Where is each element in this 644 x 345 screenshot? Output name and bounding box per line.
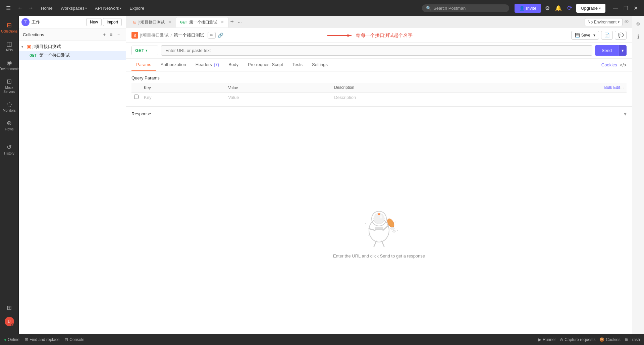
sidebar-item-collections[interactable]: ⊟ Collections: [1, 19, 17, 36]
workspace-header: 工 工作 New Import: [19, 16, 126, 28]
new-tab-button[interactable]: +: [228, 18, 236, 25]
method-label: GET: [135, 48, 144, 53]
trash-button[interactable]: 🗑 Trash: [625, 337, 640, 342]
forward-button[interactable]: →: [26, 4, 36, 12]
doc-button[interactable]: 📄: [601, 31, 613, 40]
empty-response: Enter the URL and click Send to get a re…: [126, 121, 632, 334]
capture-button[interactable]: ⊙ Capture requests: [560, 337, 595, 342]
svg-point-12: [378, 213, 380, 215]
request-item[interactable]: GET 第一个接口测试: [19, 51, 126, 60]
invite-button[interactable]: 👤 Invite: [515, 4, 541, 13]
menu-button[interactable]: ☰: [4, 4, 13, 13]
edit-name-button[interactable]: ✏: [208, 32, 216, 39]
tab-body[interactable]: Body: [224, 59, 243, 71]
trash-icon: 🗑: [625, 337, 629, 342]
icon-sidebar: ⊟ Collections ◫ APIs ◉ Environments ⊡ Mo…: [0, 16, 19, 334]
sync-icon[interactable]: ⟳: [566, 3, 574, 13]
minimize-button[interactable]: —: [611, 4, 620, 12]
params-more-button[interactable]: ···: [620, 85, 624, 90]
url-input[interactable]: [161, 45, 592, 56]
console-item[interactable]: ⊟ Console: [65, 337, 84, 342]
breadcrumb-collection-link[interactable]: jt项目接口测试: [140, 32, 169, 38]
svg-point-18: [392, 230, 396, 232]
send-dropdown[interactable]: ▾: [619, 45, 627, 56]
close-button[interactable]: ✕: [632, 4, 640, 12]
send-button[interactable]: Send: [595, 45, 619, 56]
code-button[interactable]: </>: [620, 62, 627, 68]
sidebar-item-extensions[interactable]: ⊞: [1, 301, 17, 314]
explore-link[interactable]: Explore: [127, 4, 147, 12]
save-icon: 💾: [575, 33, 580, 38]
tab-headers[interactable]: Headers (7): [191, 59, 224, 71]
more-options-button[interactable]: ···: [115, 31, 122, 38]
sidebar-item-environments[interactable]: ◉ Environments: [1, 56, 17, 74]
sidebar-item-monitors[interactable]: ◌ Monitors: [1, 98, 17, 115]
copy-link-button[interactable]: 🔗: [218, 33, 223, 38]
cookies-button[interactable]: Cookies: [601, 62, 617, 67]
right-sidebar-agent-button[interactable]: ☺: [633, 19, 643, 29]
svg-point-14: [397, 230, 398, 231]
upgrade-button[interactable]: Upgrade ▾: [576, 4, 605, 13]
tab-settings[interactable]: Settings: [307, 59, 332, 71]
sidebar-item-apis[interactable]: ◫ APIs: [1, 38, 17, 55]
svg-point-15: [369, 235, 370, 236]
topbar-right: 👤 Invite ⚙ 🔔 ⟳ Upgrade ▾ — ❐ ✕: [515, 3, 640, 13]
svg-line-8: [383, 225, 388, 230]
svg-line-10: [382, 241, 384, 246]
settings-icon[interactable]: ⚙: [544, 4, 551, 13]
collection-label: jt项目接口测试: [33, 44, 61, 50]
topbar: ☰ ← → Home Workspaces ▾ API Network ▾ Ex…: [0, 0, 644, 16]
home-link[interactable]: Home: [38, 4, 55, 12]
tab-collection-close[interactable]: ✕: [168, 20, 171, 24]
online-status[interactable]: ● Online: [4, 337, 19, 342]
runner-button[interactable]: ▶ Runner: [538, 337, 556, 342]
workspaces-menu[interactable]: Workspaces ▾: [58, 4, 90, 12]
invite-icon: 👤: [519, 6, 525, 11]
filter-button[interactable]: ≡: [108, 31, 114, 38]
tab-collection-label: jt项目接口测试: [139, 19, 165, 25]
environment-selector[interactable]: No Environment ▾: [585, 18, 623, 26]
description-header: Description ··· Bulk Edit: [331, 83, 627, 93]
collections-panel: 工 工作 New Import Collections + ≡ ··· ▾ ▣ …: [19, 16, 126, 334]
value-placeholder: Value: [228, 95, 239, 100]
save-button[interactable]: 💾 Save ▾: [571, 31, 599, 40]
sidebar-item-user[interactable]: U: [1, 314, 17, 329]
bulk-edit-button[interactable]: Bulk Edit: [604, 85, 620, 90]
import-button[interactable]: Import: [103, 18, 122, 26]
sidebar-item-mock-servers[interactable]: ⊡ Mock Servers: [1, 75, 17, 97]
tab-pre-request[interactable]: Pre-request Script: [243, 59, 288, 71]
window-controls: — ❐ ✕: [611, 4, 640, 12]
notification-icon[interactable]: 🔔: [554, 4, 563, 13]
api-network-menu[interactable]: API Network ▾: [92, 4, 124, 12]
maximize-button[interactable]: ❐: [622, 4, 630, 12]
row-checkbox[interactable]: [134, 95, 139, 99]
right-sidebar: ☺ ℹ: [632, 16, 644, 334]
method-selector[interactable]: GET ▾: [131, 46, 158, 55]
tab-more-button[interactable]: ···: [236, 19, 244, 25]
back-button[interactable]: ←: [15, 4, 25, 12]
sidebar-item-flows[interactable]: ⊛ Flows: [1, 117, 17, 134]
search-bar[interactable]: 🔍 Search Postman: [422, 4, 509, 12]
tab-params[interactable]: Params: [131, 59, 156, 71]
tab-request[interactable]: GET 第一个接口测试 ✕: [176, 17, 228, 27]
tab-collection[interactable]: ⊟ jt项目接口测试 ✕: [129, 17, 176, 27]
breadcrumb-separator: /: [171, 33, 172, 38]
collection-item[interactable]: ▾ ▣ jt项目接口测试: [19, 42, 126, 51]
tab-tests[interactable]: Tests: [288, 59, 307, 71]
save-dropdown-arrow[interactable]: ▾: [592, 33, 595, 38]
new-button[interactable]: New: [86, 18, 102, 26]
history-icon: ↺: [7, 143, 12, 151]
add-collection-button[interactable]: +: [102, 31, 107, 38]
cookies-button[interactable]: 🍪 Cookies: [599, 337, 620, 342]
svg-rect-6: [375, 227, 383, 230]
svg-point-17: [390, 227, 394, 230]
eye-icon[interactable]: 👁: [624, 19, 629, 25]
response-collapse-button[interactable]: ▾: [624, 111, 627, 117]
find-replace-item[interactable]: ⊞ Find and replace: [25, 337, 59, 342]
workspace-buttons: New Import: [86, 18, 122, 26]
tab-request-close[interactable]: ✕: [221, 20, 224, 24]
tab-authorization[interactable]: Authorization: [156, 59, 191, 71]
comments-button[interactable]: 💬: [615, 31, 627, 40]
right-sidebar-info-button[interactable]: ℹ: [635, 32, 641, 42]
sidebar-item-history[interactable]: ↺ History: [1, 141, 17, 158]
